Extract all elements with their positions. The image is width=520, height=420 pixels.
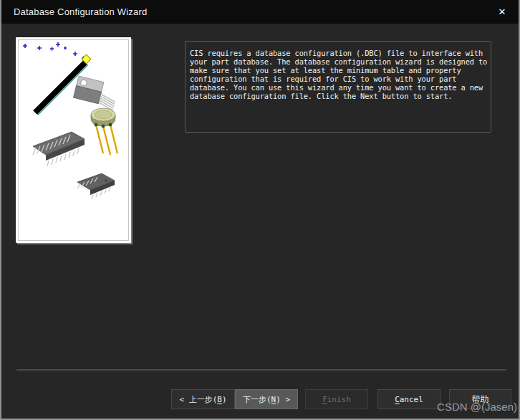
back-button-label-suffix: ) (222, 395, 227, 404)
close-icon: ✕ (499, 6, 506, 17)
finish-button[interactable]: Finish (305, 389, 368, 409)
next-button-label-suffix: ) > (276, 395, 290, 404)
footer-separator (16, 369, 506, 371)
help-button-label: 帮助 (472, 393, 489, 406)
titlebar: Database Configuration Wizard ✕ (1, 0, 519, 24)
next-button[interactable]: 下一步(N) > (235, 389, 298, 409)
database-configuration-wizard-dialog: Database Configuration Wizard ✕ (0, 0, 520, 420)
finish-button-label-suffix: inish (327, 395, 351, 404)
close-button[interactable]: ✕ (493, 3, 511, 20)
cancel-button[interactable]: Cancel (377, 389, 440, 409)
cancel-button-mnemonic: C (395, 395, 400, 404)
next-button-mnemonic: N (271, 395, 276, 404)
cancel-button-label-suffix: ancel (400, 395, 423, 404)
intro-panel: CIS requires a database configuration (.… (185, 41, 491, 133)
finish-button-mnemonic: F (322, 395, 327, 404)
back-button-label: < 上一步( (179, 394, 217, 405)
wizard-graphic-frame (16, 37, 131, 243)
back-button-mnemonic: B (217, 395, 222, 404)
window-title: Database Configuration Wizard (1, 6, 147, 17)
intro-text: CIS requires a database configuration (.… (190, 49, 487, 100)
components-illustration-svg (19, 40, 128, 240)
back-button[interactable]: < 上一步(B) (171, 389, 235, 409)
help-button[interactable]: 帮助 (449, 389, 511, 409)
next-button-label: 下一步( (243, 394, 271, 405)
wizard-graphic (18, 39, 129, 241)
